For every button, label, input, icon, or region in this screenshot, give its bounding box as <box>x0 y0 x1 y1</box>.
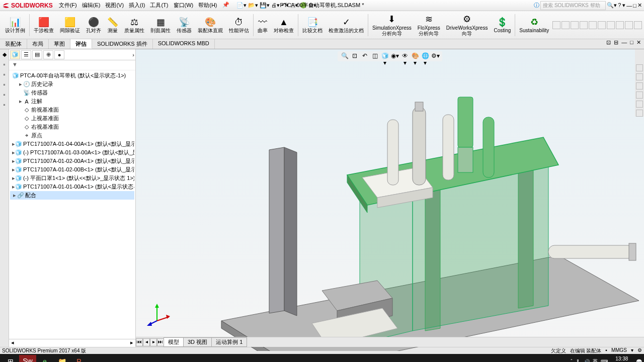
tp-lib-icon[interactable] <box>636 73 643 80</box>
vt-first[interactable]: ⏮ <box>136 338 143 346</box>
sensor-button[interactable]: 📡传感器 <box>174 12 195 38</box>
view-icon-7[interactable] <box>616 21 624 29</box>
panel-close-icon[interactable]: ✕ <box>636 39 641 49</box>
tray-ime-icon[interactable]: ⌨ <box>601 359 608 363</box>
view-icon-9[interactable] <box>634 21 642 29</box>
tab-addins[interactable]: SOLIDWORKS 插件 <box>92 39 153 49</box>
scene-icon[interactable]: 🌐▾ <box>421 52 429 60</box>
curvature-button[interactable]: 〰曲率 <box>255 12 271 38</box>
vt-next[interactable]: ▸ <box>150 338 157 346</box>
tree-expand-icon[interactable]: › <box>132 52 134 58</box>
tree-p3[interactable]: ▸🧊PTC171007A-01-02-00A<1> (默认<默认_显示 <box>10 157 134 165</box>
menu-tools[interactable]: 工具(T) <box>148 1 170 10</box>
panel-icon-1[interactable]: ⊡ <box>606 39 611 49</box>
menu-help[interactable]: 帮助(H) <box>196 1 219 10</box>
panel-max-icon[interactable]: □ <box>630 39 633 49</box>
taskbar-explorer[interactable]: 📁 <box>53 355 70 362</box>
tree-tab-fm[interactable]: 🧊 <box>10 50 20 59</box>
section-prop-button[interactable]: ▦剖面属性 <box>147 12 174 38</box>
taskbar-solidworks[interactable]: Sw <box>19 355 36 362</box>
prev-view-icon[interactable]: ↶ <box>361 52 369 60</box>
tp-home-icon[interactable] <box>636 64 643 71</box>
search-dropdown-icon[interactable]: 🔍▾ <box>607 2 617 9</box>
tree-origin[interactable]: ⌖原点 <box>10 131 134 140</box>
print-icon[interactable]: 🖨▾ <box>271 2 280 9</box>
view-tab-motion[interactable]: 运动算例 1 <box>211 337 247 347</box>
vt-last[interactable]: ⏭ <box>157 338 164 346</box>
tree-sensor[interactable]: 📡传感器 <box>10 88 134 97</box>
view-icon-8[interactable] <box>625 21 633 29</box>
tree-root[interactable]: 🧊PTCA-00半自动耳带机 (默认<显示状态-1>) <box>10 71 134 80</box>
sustainability-button[interactable]: ♻Sustainability <box>516 12 552 38</box>
tp-prop-icon[interactable] <box>636 110 643 117</box>
tray-vol-icon[interactable]: 🔊 <box>584 359 590 363</box>
panel-min-icon[interactable]: — <box>621 39 627 49</box>
floxpress-button[interactable]: ≋FloXpress 分析向导 <box>415 12 443 38</box>
tab-evaluate[interactable]: 评估 <box>70 39 92 49</box>
tree-p1[interactable]: ▸🧊PTC171007A-01-04-00A<1> (默认<默认_显示 <box>10 140 134 148</box>
interference-button[interactable]: 🟥干涉检查 <box>31 12 57 38</box>
design-study-button[interactable]: 📊设计算例 <box>2 12 28 38</box>
appearance-icon[interactable]: 🎨▾ <box>411 52 419 60</box>
lb-3[interactable]: ▫ <box>1 71 8 78</box>
tree-history[interactable]: ▸🕘历史记录 <box>10 80 134 88</box>
view-tab-model[interactable]: 模型 <box>164 337 184 347</box>
hide-show-icon[interactable]: 👁▾ <box>401 52 409 60</box>
tray-up-icon[interactable]: ˆ <box>571 359 572 363</box>
clearance-button[interactable]: 🟨间隙验证 <box>57 12 83 38</box>
tree-plane3[interactable]: ◇右视基准面 <box>10 123 134 131</box>
tray-notif-icon[interactable]: 💬 <box>636 359 642 363</box>
vt-prev[interactable]: ◂ <box>143 338 150 346</box>
lb-6[interactable]: ▫ <box>1 102 8 109</box>
tp-explorer-icon[interactable] <box>636 82 643 89</box>
driveworks-button[interactable]: ⚙DriveWorksXpress 向导 <box>443 12 491 38</box>
tab-assembly[interactable]: 装配体 <box>0 39 27 49</box>
section-icon[interactable]: ◫ <box>371 52 379 60</box>
tree-mates[interactable]: ▸🔗配合 <box>10 191 134 200</box>
zoom-area-icon[interactable]: ⊡ <box>351 52 359 60</box>
tree-scroll-right[interactable]: ▸ <box>130 339 133 347</box>
costing-button[interactable]: 💲Costing <box>491 12 514 38</box>
view-icon-1[interactable] <box>561 21 570 29</box>
menu-file[interactable]: 文件(F) <box>57 1 79 10</box>
view-icon-6[interactable] <box>607 21 615 29</box>
lb-1[interactable]: ◆ <box>1 51 8 58</box>
tray-net-icon[interactable]: 🖧 <box>576 359 581 363</box>
tree-plane2[interactable]: ◇上视基准面 <box>10 114 134 123</box>
mass-prop-button[interactable]: ⚖质量属性 <box>121 12 147 38</box>
help-icon[interactable]: ? ▾ <box>618 2 625 9</box>
tree-tab-3[interactable]: ▤ <box>32 50 42 59</box>
menu-window[interactable]: 窗口(W) <box>172 1 196 10</box>
tree-p2[interactable]: ▸🧊(-) PTC171007A-01-03-00A<1> (默认<默认_显 <box>10 148 134 157</box>
tree-p6[interactable]: ▸🧊PTC171007A-01-01-00A<1> (默认<显示状态- <box>10 183 134 191</box>
view-icon-3[interactable] <box>580 21 588 29</box>
tree-filter[interactable]: ▼ <box>9 60 135 70</box>
check-doc-button[interactable]: ✓检查激活的文档 <box>326 12 367 38</box>
symmetry-button[interactable]: ▲对称检查 <box>271 12 297 38</box>
compare-button[interactable]: 📑比较文档 <box>299 12 326 38</box>
tree-tab-5[interactable]: ● <box>54 50 64 59</box>
close-icon[interactable]: ✕ <box>637 2 642 9</box>
menu-edit[interactable]: 编辑(E) <box>80 1 103 10</box>
display-style-icon[interactable]: ◉▾ <box>391 52 399 60</box>
tree-plane1[interactable]: ◇前视基准面 <box>10 106 134 114</box>
search-input[interactable]: 搜索 SOLIDWORKS 帮助 <box>540 1 606 10</box>
assembly-vis-button[interactable]: 🎨装配体直观 <box>195 12 226 38</box>
dl-icon[interactable] <box>552 21 560 29</box>
save-icon[interactable]: 💾▾ <box>260 2 270 9</box>
panel-icon-2[interactable]: ⊟ <box>614 39 618 49</box>
zoom-fit-icon[interactable]: 🔍 <box>341 52 349 60</box>
start-button[interactable]: ⊞ <box>2 355 19 362</box>
view-settings-icon[interactable]: ⚙▾ <box>431 52 439 60</box>
lb-4[interactable]: ▫ <box>1 81 8 88</box>
perf-eval-button[interactable]: ⏱性能评估 <box>226 12 252 38</box>
tree-scroll-left[interactable]: ◂ <box>11 339 14 347</box>
viewport-3d[interactable]: 🔍⊡↶◫🧊▾◉▾👁▾🎨▾🌐▾⚙▾ <box>136 49 644 347</box>
lb-2[interactable]: ▫ <box>1 61 8 68</box>
tree-p4[interactable]: ▸🧊PTC171007A-01-02-00B<1> (默认<默认_显示 <box>10 165 134 174</box>
maximize-icon[interactable]: □ <box>633 3 636 9</box>
view-icon-4[interactable] <box>589 21 597 29</box>
menu-insert[interactable]: 插入(I) <box>127 1 147 10</box>
help-circle-icon[interactable]: ⓘ <box>534 2 539 9</box>
tray-time[interactable]: 13:38 <box>611 356 633 361</box>
